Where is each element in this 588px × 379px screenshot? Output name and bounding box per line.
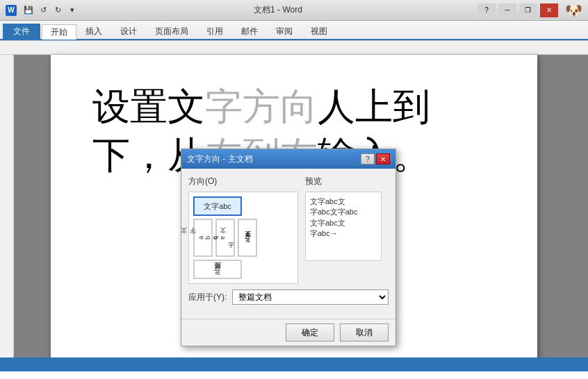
preview-text: 文字abc文字abc文字abc文字abc文字abc→ [310, 197, 357, 237]
save-quick-btn[interactable]: 💾 [22, 4, 35, 17]
tab-layout[interactable]: 页面布局 [146, 24, 197, 39]
dialog-main-row: 方向(O) 文字abc 文字abc文 [188, 176, 389, 284]
redo-quick-btn[interactable]: ↻ [51, 4, 64, 17]
dialog-title-btns: ? ✕ [361, 153, 390, 165]
dialog-titlebar: 文字方向 - 主文档 ? ✕ [181, 149, 395, 169]
direction-options: 文字abc 文字abc文 文字abc [188, 192, 298, 284]
title-bar-right: ? ─ ❐ ✕ 🐶 [477, 2, 582, 19]
dialog-help-btn[interactable]: ? [361, 153, 375, 165]
minimize-btn[interactable]: ─ [498, 3, 516, 17]
preview-section: 预览 文字abc文字abc文字abc文字abc文字abc→ [305, 176, 389, 284]
title-bar: W 💾 ↺ ↻ ▾ 文档1 - Word ? ─ ❐ ✕ 🐶 [0, 0, 588, 21]
close-btn[interactable]: ✕ [540, 3, 558, 17]
tab-design[interactable]: 设计 [111, 24, 146, 39]
more-quick-btn[interactable]: ▾ [66, 4, 79, 17]
preview-box: 文字abc文字abc文字abc文字abc文字abc→ [305, 192, 382, 261]
quick-access-toolbar: 💾 ↺ ↻ ▾ [22, 4, 79, 17]
tab-view[interactable]: 视图 [302, 24, 336, 39]
cancel-button[interactable]: 取消 [340, 323, 389, 342]
ribbon-tabs: 文件 开始 插入 设计 页面布局 引用 邮件 审阅 视图 [0, 21, 588, 39]
word-icon: W [6, 5, 17, 16]
apply-select[interactable]: 整篇文档 [232, 289, 389, 305]
tab-file[interactable]: 文件 [3, 24, 40, 39]
undo-quick-btn[interactable]: ↺ [37, 4, 49, 17]
dialog-close-btn[interactable]: ✕ [376, 153, 390, 165]
window-title: 文档1 - Word [254, 4, 302, 16]
preview-label: 预览 [305, 176, 389, 187]
emoji-decoration: 🐶 [565, 2, 582, 19]
direction-section: 方向(O) 文字abc 文字abc文 [188, 176, 298, 284]
dialog-title: 文字方向 - 主文档 [187, 153, 253, 165]
tab-review[interactable]: 审阅 [267, 24, 302, 39]
text-direction-dialog: 文字方向 - 主文档 ? ✕ 方向(O) 文字abc [181, 149, 396, 346]
ribbon: 文件 开始 插入 设计 页面布局 引用 邮件 审阅 视图 [0, 21, 588, 41]
dir-horizontal[interactable]: 文字abc [193, 196, 242, 216]
apply-row: 应用于(Y): 整篇文档 [188, 289, 389, 305]
document-area: 设置文字方向人上到 下，从左到右输入。 文字方向 - 主文档 ? ✕ 方向(O) [0, 41, 588, 357]
dir-vert-1[interactable]: 文字abc文 [193, 219, 213, 257]
tab-references[interactable]: 引用 [197, 24, 232, 39]
tab-insert[interactable]: 插入 [76, 24, 111, 39]
dialog-overlay: 文字方向 - 主文档 ? ✕ 方向(O) 文字abc [0, 41, 588, 357]
title-bar-left: W 💾 ↺ ↻ ▾ [6, 4, 79, 17]
dialog-body: 方向(O) 文字abc 文字abc文 [181, 169, 395, 312]
tab-mail[interactable]: 邮件 [232, 24, 267, 39]
vert-options-row: 文字abc文 文字abc 文字abc [193, 219, 257, 257]
dialog-buttons: 确定 取消 [181, 319, 395, 346]
help-btn[interactable]: ? [477, 3, 496, 17]
tab-home[interactable]: 开始 [42, 24, 76, 40]
dir-vert-3[interactable]: 文字abc [238, 219, 257, 257]
status-bar [0, 357, 588, 371]
ok-button[interactable]: 确定 [286, 323, 334, 342]
restore-btn[interactable]: ❐ [519, 3, 537, 17]
apply-label: 应用于(Y): [188, 292, 227, 303]
dir-rotated[interactable]: 竖排abc [193, 260, 242, 279]
direction-label: 方向(O) [188, 176, 298, 187]
